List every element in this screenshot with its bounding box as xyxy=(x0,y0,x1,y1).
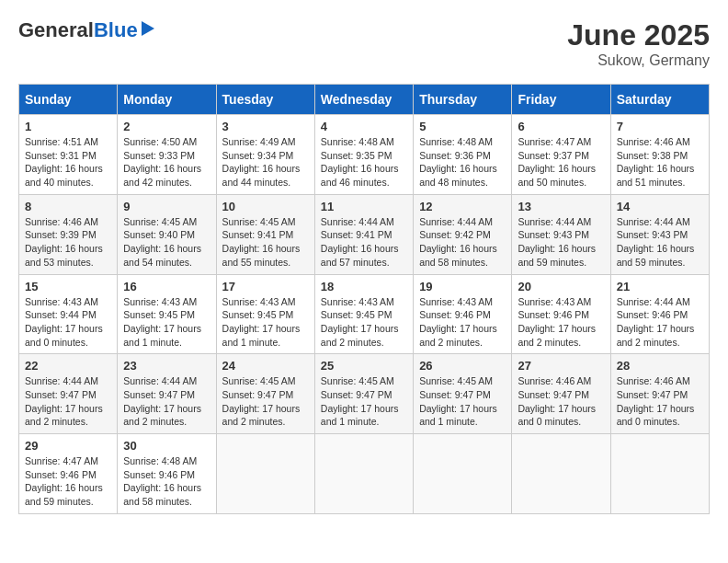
day-info: Sunrise: 4:49 AM Sunset: 9:34 PM Dayligh… xyxy=(222,135,309,190)
day-info: Sunrise: 4:48 AM Sunset: 9:46 PM Dayligh… xyxy=(123,454,210,509)
table-row: 30Sunrise: 4:48 AM Sunset: 9:46 PM Dayli… xyxy=(118,434,216,514)
day-info: Sunrise: 4:45 AM Sunset: 9:40 PM Dayligh… xyxy=(123,215,210,270)
day-info: Sunrise: 4:45 AM Sunset: 9:47 PM Dayligh… xyxy=(222,374,309,429)
day-info: Sunrise: 4:46 AM Sunset: 9:39 PM Dayligh… xyxy=(25,215,111,270)
table-row: 13Sunrise: 4:44 AM Sunset: 9:43 PM Dayli… xyxy=(512,194,610,274)
calendar-table: Sunday Monday Tuesday Wednesday Thursday… xyxy=(18,84,710,514)
table-row: 22Sunrise: 4:44 AM Sunset: 9:47 PM Dayli… xyxy=(19,354,118,434)
table-row: 8Sunrise: 4:46 AM Sunset: 9:39 PM Daylig… xyxy=(19,194,118,274)
table-row: 19Sunrise: 4:43 AM Sunset: 9:46 PM Dayli… xyxy=(414,274,512,354)
day-number: 10 xyxy=(222,200,309,213)
logo-blue-text: Blue xyxy=(94,18,138,42)
day-number: 16 xyxy=(123,280,210,293)
day-number: 9 xyxy=(123,200,210,213)
day-info: Sunrise: 4:46 AM Sunset: 9:38 PM Dayligh… xyxy=(617,135,703,190)
table-row xyxy=(216,434,314,514)
day-info: Sunrise: 4:43 AM Sunset: 9:45 PM Dayligh… xyxy=(123,295,210,350)
header-monday: Monday xyxy=(118,85,216,115)
day-number: 19 xyxy=(419,280,506,293)
day-number: 28 xyxy=(617,359,703,373)
day-number: 13 xyxy=(518,200,604,213)
day-info: Sunrise: 4:45 AM Sunset: 9:47 PM Dayligh… xyxy=(321,374,407,429)
day-number: 8 xyxy=(25,200,111,213)
day-number: 20 xyxy=(518,280,604,293)
table-row: 14Sunrise: 4:44 AM Sunset: 9:43 PM Dayli… xyxy=(610,194,709,274)
header-thursday: Thursday xyxy=(414,85,512,115)
table-row: 17Sunrise: 4:43 AM Sunset: 9:45 PM Dayli… xyxy=(216,274,314,354)
table-row: 12Sunrise: 4:44 AM Sunset: 9:42 PM Dayli… xyxy=(414,194,512,274)
location-subtitle: Sukow, Germany xyxy=(567,52,710,69)
day-info: Sunrise: 4:48 AM Sunset: 9:35 PM Dayligh… xyxy=(321,135,407,190)
day-info: Sunrise: 4:47 AM Sunset: 9:46 PM Dayligh… xyxy=(25,454,111,509)
day-info: Sunrise: 4:47 AM Sunset: 9:37 PM Dayligh… xyxy=(518,135,604,190)
logo-general-text: General xyxy=(18,18,94,42)
table-row: 18Sunrise: 4:43 AM Sunset: 9:45 PM Dayli… xyxy=(314,274,413,354)
day-info: Sunrise: 4:43 AM Sunset: 9:44 PM Dayligh… xyxy=(25,295,111,350)
table-row xyxy=(610,434,709,514)
table-row xyxy=(414,434,512,514)
day-number: 1 xyxy=(25,120,111,133)
day-info: Sunrise: 4:45 AM Sunset: 9:41 PM Dayligh… xyxy=(222,215,309,270)
calendar-week-row: 22Sunrise: 4:44 AM Sunset: 9:47 PM Dayli… xyxy=(19,354,710,434)
day-info: Sunrise: 4:43 AM Sunset: 9:46 PM Dayligh… xyxy=(518,295,604,350)
day-number: 4 xyxy=(321,120,407,133)
table-row: 29Sunrise: 4:47 AM Sunset: 9:46 PM Dayli… xyxy=(19,434,118,514)
day-info: Sunrise: 4:48 AM Sunset: 9:36 PM Dayligh… xyxy=(419,135,506,190)
table-row: 10Sunrise: 4:45 AM Sunset: 9:41 PM Dayli… xyxy=(216,194,314,274)
table-row xyxy=(512,434,610,514)
day-number: 21 xyxy=(617,280,703,293)
table-row: 15Sunrise: 4:43 AM Sunset: 9:44 PM Dayli… xyxy=(19,274,118,354)
day-number: 23 xyxy=(123,359,210,373)
logo: General Blue xyxy=(18,18,154,42)
day-info: Sunrise: 4:45 AM Sunset: 9:47 PM Dayligh… xyxy=(419,374,506,429)
table-row: 20Sunrise: 4:43 AM Sunset: 9:46 PM Dayli… xyxy=(512,274,610,354)
calendar-week-row: 1Sunrise: 4:51 AM Sunset: 9:31 PM Daylig… xyxy=(19,115,710,195)
day-number: 15 xyxy=(25,280,111,293)
table-row: 5Sunrise: 4:48 AM Sunset: 9:36 PM Daylig… xyxy=(414,115,512,195)
day-number: 11 xyxy=(321,200,407,213)
calendar-header-row: Sunday Monday Tuesday Wednesday Thursday… xyxy=(19,85,710,115)
table-row: 1Sunrise: 4:51 AM Sunset: 9:31 PM Daylig… xyxy=(19,115,118,195)
day-info: Sunrise: 4:43 AM Sunset: 9:45 PM Dayligh… xyxy=(222,295,309,350)
month-title: June 2025 xyxy=(567,18,710,52)
header-saturday: Saturday xyxy=(610,85,709,115)
day-number: 25 xyxy=(321,359,407,373)
table-row: 4Sunrise: 4:48 AM Sunset: 9:35 PM Daylig… xyxy=(314,115,413,195)
day-info: Sunrise: 4:44 AM Sunset: 9:42 PM Dayligh… xyxy=(419,215,506,270)
calendar-week-row: 8Sunrise: 4:46 AM Sunset: 9:39 PM Daylig… xyxy=(19,194,710,274)
table-row: 3Sunrise: 4:49 AM Sunset: 9:34 PM Daylig… xyxy=(216,115,314,195)
table-row: 23Sunrise: 4:44 AM Sunset: 9:47 PM Dayli… xyxy=(118,354,216,434)
day-number: 2 xyxy=(123,120,210,133)
header-sunday: Sunday xyxy=(19,85,118,115)
logo-arrow-icon xyxy=(142,21,154,36)
day-info: Sunrise: 4:46 AM Sunset: 9:47 PM Dayligh… xyxy=(617,374,703,429)
day-info: Sunrise: 4:44 AM Sunset: 9:43 PM Dayligh… xyxy=(617,215,703,270)
day-info: Sunrise: 4:44 AM Sunset: 9:47 PM Dayligh… xyxy=(25,374,111,429)
table-row: 27Sunrise: 4:46 AM Sunset: 9:47 PM Dayli… xyxy=(512,354,610,434)
day-info: Sunrise: 4:46 AM Sunset: 9:47 PM Dayligh… xyxy=(518,374,604,429)
day-number: 18 xyxy=(321,280,407,293)
day-number: 30 xyxy=(123,439,210,453)
table-row: 21Sunrise: 4:44 AM Sunset: 9:46 PM Dayli… xyxy=(610,274,709,354)
table-row: 16Sunrise: 4:43 AM Sunset: 9:45 PM Dayli… xyxy=(118,274,216,354)
table-row: 7Sunrise: 4:46 AM Sunset: 9:38 PM Daylig… xyxy=(610,115,709,195)
table-row: 6Sunrise: 4:47 AM Sunset: 9:37 PM Daylig… xyxy=(512,115,610,195)
title-block: June 2025 Sukow, Germany xyxy=(567,18,710,69)
day-number: 6 xyxy=(518,120,604,133)
day-number: 12 xyxy=(419,200,506,213)
day-info: Sunrise: 4:43 AM Sunset: 9:45 PM Dayligh… xyxy=(321,295,407,350)
table-row: 11Sunrise: 4:44 AM Sunset: 9:41 PM Dayli… xyxy=(314,194,413,274)
day-number: 14 xyxy=(617,200,703,213)
day-number: 29 xyxy=(25,439,111,453)
day-number: 26 xyxy=(419,359,506,373)
table-row: 28Sunrise: 4:46 AM Sunset: 9:47 PM Dayli… xyxy=(610,354,709,434)
day-number: 24 xyxy=(222,359,309,373)
day-info: Sunrise: 4:44 AM Sunset: 9:41 PM Dayligh… xyxy=(321,215,407,270)
table-row: 9Sunrise: 4:45 AM Sunset: 9:40 PM Daylig… xyxy=(118,194,216,274)
table-row: 2Sunrise: 4:50 AM Sunset: 9:33 PM Daylig… xyxy=(118,115,216,195)
day-info: Sunrise: 4:44 AM Sunset: 9:46 PM Dayligh… xyxy=(617,295,703,350)
day-number: 22 xyxy=(25,359,111,373)
day-number: 17 xyxy=(222,280,309,293)
day-number: 5 xyxy=(419,120,506,133)
table-row: 24Sunrise: 4:45 AM Sunset: 9:47 PM Dayli… xyxy=(216,354,314,434)
